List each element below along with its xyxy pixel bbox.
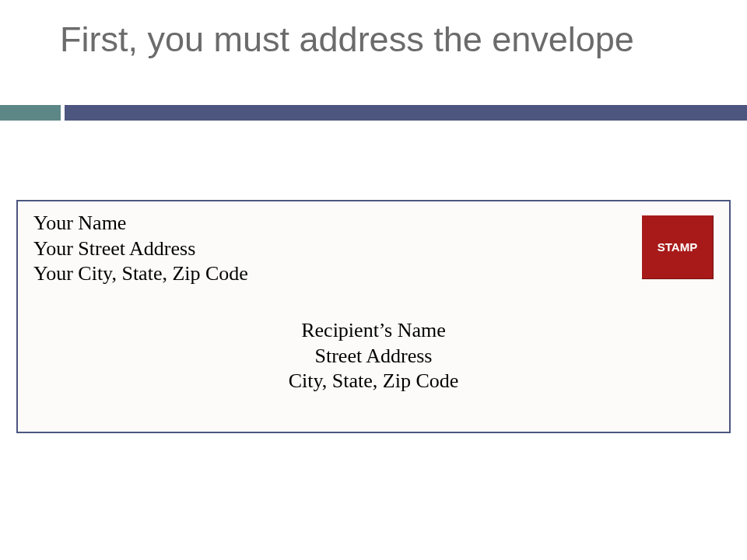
recipient-name: Recipient’s Name (18, 318, 729, 344)
stamp-box: STAMP (642, 215, 714, 279)
teal-accent (0, 105, 61, 121)
recipient-street: Street Address (18, 344, 729, 369)
recipient-address-block: Recipient’s Name Street Address City, St… (18, 318, 729, 394)
return-city-state-zip: Your City, State, Zip Code (33, 261, 714, 287)
return-street: Your Street Address (33, 236, 714, 262)
envelope-diagram: Your Name Your Street Address Your City,… (16, 200, 731, 433)
recipient-city-state-zip: City, State, Zip Code (18, 369, 729, 394)
slide-title: First, you must address the envelope (60, 19, 634, 60)
decorative-bar (0, 105, 747, 121)
return-name: Your Name (33, 211, 714, 236)
stamp-label: STAMP (658, 240, 697, 254)
navy-accent (65, 105, 747, 121)
return-address-block: Your Name Your Street Address Your City,… (33, 211, 714, 287)
